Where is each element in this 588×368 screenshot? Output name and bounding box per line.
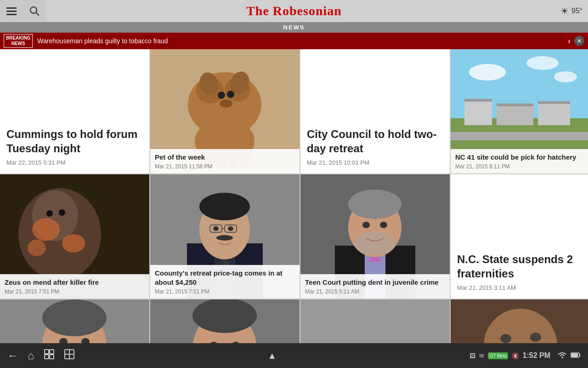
card-5-date: Mar 21, 2015 7:51 PM: [5, 288, 145, 295]
svg-point-66: [192, 299, 257, 333]
back-button[interactable]: ←: [7, 349, 18, 362]
news-card-2[interactable]: Pet of the week Mar 21, 2015 11:56 PM: [150, 49, 300, 173]
card-3-title: City Council to hold two-day retreat: [307, 127, 443, 155]
breaking-news-arrow[interactable]: ›: [568, 36, 571, 46]
card-2-overlay: Pet of the week Mar 21, 2015 11:56 PM: [150, 149, 300, 174]
card-6-title: Coounty's retreat price-tag comes in at …: [155, 269, 295, 287]
news-tab[interactable]: NEWS: [0, 22, 588, 33]
nav-icons: ← ⌂: [7, 349, 75, 362]
breaking-news-label: BREAKING NEWS: [4, 34, 33, 48]
card-5-title: Zeus on mend after killer fire: [5, 278, 145, 287]
svg-point-7: [218, 92, 225, 99]
card-7-date: Mar 21, 2015 5:11 AM: [305, 288, 445, 295]
search-button[interactable]: [23, 0, 46, 22]
news-card-6[interactable]: Coounty's retreat price-tag comes in at …: [150, 174, 300, 299]
svg-rect-27: [497, 104, 533, 106]
card-8-title: N.C. State suspends 2 fraternities: [457, 252, 584, 281]
svg-rect-22: [451, 132, 588, 140]
svg-point-36: [46, 210, 53, 217]
news-card-8[interactable]: N.C. State suspends 2 fraternities Mar 2…: [451, 174, 588, 299]
svg-point-37: [59, 209, 65, 216]
mail-icon: ✉: [479, 352, 484, 359]
svg-point-34: [62, 234, 85, 253]
news-card-3[interactable]: City Council to hold two-day retreat Mar…: [300, 49, 450, 173]
clock: 1:52 PM: [523, 351, 550, 360]
svg-point-19: [526, 56, 559, 70]
svg-rect-28: [538, 101, 570, 104]
svg-rect-26: [464, 99, 492, 102]
svg-rect-77: [50, 350, 54, 354]
svg-point-33: [32, 218, 60, 241]
card-6-date: Mar 21, 2015 7:51 PM: [155, 288, 295, 295]
breaking-news-bar: BREAKING NEWS Warehouseman pleads guilty…: [0, 33, 588, 49]
status-bar: 🖼 ✉ GT Beta 🔇 1:52 PM: [469, 351, 581, 360]
news-grid: Cummings to hold forum Tuesday night Mar…: [0, 49, 588, 368]
svg-rect-78: [45, 355, 49, 359]
card-1-title: Cummings to hold forum Tuesday night: [6, 127, 143, 155]
bottom-bar: ← ⌂ ▲ 🖼 ✉ GT Beta 🔇 1:52 PM: [0, 343, 588, 368]
svg-point-61: [42, 299, 107, 336]
svg-line-1: [36, 12, 39, 15]
card-2-title: Pet of the week: [155, 153, 295, 162]
svg-point-47: [213, 226, 219, 231]
news-card-1[interactable]: Cummings to hold forum Tuesday night Mar…: [0, 49, 149, 173]
svg-point-55: [348, 190, 401, 219]
svg-rect-79: [50, 355, 54, 359]
weather-temp: 95°: [571, 7, 582, 15]
svg-point-43: [199, 193, 250, 220]
svg-rect-84: [579, 354, 580, 356]
news-card-7[interactable]: Teen Court putting dent in juvenile crim…: [300, 174, 450, 299]
weather-widget: ☀ 95°: [560, 6, 588, 17]
gallery-icon: 🖼: [469, 352, 475, 359]
card-8-date: Mar 21, 2015 3:11 AM: [457, 284, 584, 291]
svg-point-20: [554, 71, 577, 82]
svg-rect-25: [538, 102, 570, 125]
card-3-date: Mar 21, 2015 10:01 PM: [307, 159, 443, 166]
svg-point-35: [28, 240, 46, 256]
news-card-5[interactable]: Zeus on mend after killer fire Mar 21, 2…: [0, 174, 149, 299]
svg-rect-24: [497, 104, 533, 125]
breaking-news-close[interactable]: ✕: [574, 36, 584, 46]
svg-rect-85: [571, 353, 578, 357]
svg-point-58: [380, 222, 387, 228]
svg-point-73: [530, 333, 541, 342]
volume-icon: 🔇: [512, 352, 519, 359]
card-2-date: Mar 21, 2015 11:56 PM: [155, 163, 295, 170]
svg-point-57: [362, 222, 370, 228]
svg-point-49: [216, 235, 233, 241]
breaking-news-text: Warehouseman pleads guilty to tobacco fr…: [37, 37, 568, 45]
recent-apps-button[interactable]: [44, 349, 55, 362]
card-5-overlay: Zeus on mend after killer fire Mar 21, 2…: [0, 274, 149, 299]
home-button[interactable]: ⌂: [28, 349, 34, 362]
app-icon: GT Beta: [488, 352, 508, 359]
card-4-date: Mar 21, 2015 8:11 PM: [455, 163, 586, 170]
svg-point-18: [469, 64, 506, 80]
masthead-title: The Robesonian: [246, 4, 342, 18]
svg-rect-76: [45, 350, 49, 354]
svg-point-9: [220, 99, 232, 108]
card-4-title: NC 41 site could be pick for hatchery: [455, 153, 586, 162]
card-6-overlay: Coounty's retreat price-tag comes in at …: [150, 265, 300, 299]
menu-button[interactable]: [0, 0, 23, 22]
weather-icon: ☀: [560, 6, 569, 17]
wifi-icon: [558, 351, 567, 360]
search-icon: [29, 6, 40, 16]
svg-point-48: [228, 226, 233, 231]
svg-point-56: [354, 232, 396, 255]
card-7-title: Teen Court putting dent in juvenile crim…: [305, 278, 445, 287]
news-card-4[interactable]: NC 41 site could be pick for hatchery Ma…: [451, 49, 588, 173]
battery-icon: [571, 352, 581, 360]
hamburger-icon: [6, 7, 17, 15]
scroll-up-button[interactable]: ▲: [268, 351, 277, 361]
card-1-date: Mar 22, 2015 5:31 PM: [6, 159, 143, 166]
grid-button[interactable]: [64, 349, 75, 362]
card-7-overlay: Teen Court putting dent in juvenile crim…: [300, 274, 450, 299]
card-4-overlay: NC 41 site could be pick for hatchery Ma…: [451, 149, 588, 174]
svg-point-72: [500, 334, 511, 343]
top-bar: The Robesonian ☀ 95°: [0, 0, 588, 22]
svg-rect-23: [464, 100, 492, 125]
